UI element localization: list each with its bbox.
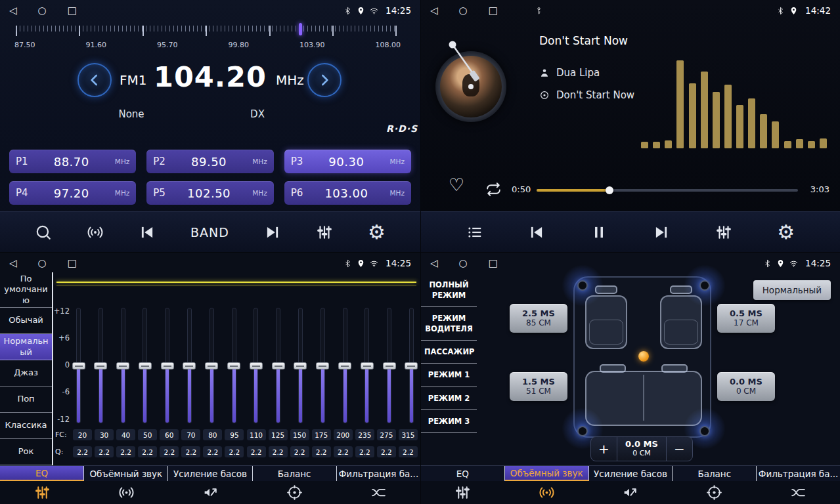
eq-band-slider[interactable] — [321, 308, 325, 423]
slider-thumb[interactable] — [361, 362, 374, 369]
slider-thumb[interactable] — [294, 362, 307, 369]
stage-mode-item[interactable]: РЕЖИМ 3 — [421, 410, 477, 433]
eq-band-slider[interactable] — [298, 308, 303, 423]
playlist-icon[interactable] — [466, 224, 483, 241]
eq-preset-item[interactable]: Классика — [0, 413, 52, 439]
slider-thumb[interactable] — [338, 362, 351, 369]
tab-1[interactable]: EQ — [421, 466, 505, 481]
favorite-heart-icon[interactable]: ♡ — [449, 176, 464, 194]
recents-button[interactable]: □ — [68, 259, 77, 268]
eq-band-slider[interactable] — [232, 308, 236, 423]
home-button[interactable]: ○ — [38, 259, 47, 268]
frequency-ruler[interactable]: 87.5091.6095.7099.80103.90108.00 — [0, 22, 420, 54]
rear-left-delay-button[interactable]: 1.5 MS 51 CM — [510, 372, 567, 401]
equalizer-icon[interactable] — [316, 224, 333, 241]
slider-thumb[interactable] — [205, 362, 218, 369]
slider-thumb[interactable] — [383, 362, 396, 369]
previous-station-icon[interactable] — [139, 224, 156, 241]
preset-button-p2[interactable]: P289.50MHz — [146, 150, 273, 173]
eq-band-slider[interactable] — [121, 308, 125, 423]
preset-button-p6[interactable]: P6103.00MHz — [284, 181, 411, 205]
eq-band-slider[interactable] — [143, 308, 147, 423]
eq-band-slider[interactable] — [210, 308, 214, 423]
eq-band-slider[interactable] — [165, 308, 169, 423]
slider-thumb[interactable] — [227, 362, 240, 369]
previous-track-icon[interactable] — [528, 224, 545, 241]
repeat-icon[interactable] — [485, 181, 502, 198]
tab-2[interactable]: Объёмный звук — [84, 466, 168, 481]
listening-position-marker[interactable] — [638, 351, 649, 362]
stage-mode-item[interactable]: РЕЖИМ 1 — [421, 364, 477, 387]
back-button[interactable]: ◁ — [9, 6, 17, 16]
tab-3[interactable]: Усиление басов — [589, 466, 673, 481]
slider-thumb[interactable] — [161, 362, 174, 369]
eq-band-slider[interactable] — [409, 308, 414, 423]
band-button[interactable]: BAND — [190, 225, 229, 240]
crossover-filter-icon[interactable] — [336, 481, 420, 504]
eq-band-slider[interactable] — [76, 308, 81, 423]
preset-button-p5[interactable]: P5102.50MHz — [146, 181, 273, 205]
tab-5[interactable]: Фильтрация ба... — [757, 466, 840, 481]
eq-band-slider[interactable] — [343, 308, 347, 423]
tab-3[interactable]: Усиление басов — [168, 466, 252, 481]
front-left-delay-button[interactable]: 2.5 MS 85 CM — [510, 304, 567, 333]
tab-1[interactable]: EQ — [0, 466, 84, 481]
back-button[interactable]: ◁ — [9, 259, 17, 268]
eq-preset-item[interactable]: Джаз — [0, 360, 52, 387]
back-button[interactable]: ◁ — [430, 6, 438, 16]
eq-preset-item[interactable]: Поп — [0, 387, 52, 413]
eq-sliders-icon[interactable] — [0, 481, 84, 504]
balance-icon[interactable] — [252, 481, 336, 504]
tab-2[interactable]: Объёмный звук — [505, 466, 589, 481]
preset-button-p1[interactable]: P188.70MHz — [9, 150, 136, 173]
eq-band-slider[interactable] — [365, 308, 369, 423]
preset-button-p3[interactable]: P390.30MHz — [284, 150, 411, 173]
balance-icon[interactable] — [673, 481, 757, 504]
slider-thumb[interactable] — [272, 362, 285, 369]
tab-5[interactable]: Фильтрация ба... — [337, 466, 420, 481]
front-right-delay-button[interactable]: 0.5 MS 17 CM — [717, 304, 775, 333]
pause-icon[interactable] — [590, 224, 608, 241]
eq-preset-item[interactable]: Обычай — [0, 308, 52, 334]
preset-button-p4[interactable]: P497.20MHz — [9, 181, 136, 205]
recents-button[interactable]: □ — [68, 6, 77, 16]
home-button[interactable]: ○ — [459, 6, 468, 16]
home-button[interactable]: ○ — [38, 6, 47, 16]
tab-4[interactable]: Баланс — [673, 466, 757, 481]
eq-band-slider[interactable] — [276, 308, 280, 423]
recents-button[interactable]: □ — [489, 6, 498, 16]
progress-thumb[interactable] — [606, 186, 613, 194]
tab-4[interactable]: Баланс — [253, 466, 337, 481]
home-button[interactable]: ○ — [459, 259, 468, 268]
stage-mode-item[interactable]: РЕЖИМ ВОДИТЕЛЯ — [421, 307, 477, 341]
rear-right-delay-button[interactable]: 0.0 MS 0 CM — [717, 372, 775, 401]
eq-band-slider[interactable] — [99, 308, 103, 423]
slider-thumb[interactable] — [405, 362, 418, 369]
stage-mode-item[interactable]: ПАССАЖИР — [421, 341, 477, 364]
eq-preset-item[interactable]: Нормальный — [0, 334, 52, 360]
crossover-filter-icon[interactable] — [756, 481, 840, 504]
scan-icon[interactable] — [35, 224, 52, 241]
slider-thumb[interactable] — [116, 362, 129, 369]
surround-sound-icon[interactable] — [84, 481, 168, 504]
bass-boost-icon[interactable] — [168, 481, 252, 504]
slider-thumb[interactable] — [183, 362, 196, 369]
delay-increase-button[interactable]: + — [591, 437, 617, 461]
bass-boost-icon[interactable] — [588, 481, 673, 504]
next-track-icon[interactable] — [653, 224, 670, 241]
slider-thumb[interactable] — [72, 362, 85, 369]
seek-up-button[interactable] — [307, 63, 342, 97]
delay-decrease-button[interactable]: − — [666, 437, 692, 461]
slider-thumb[interactable] — [94, 362, 107, 369]
stage-preset-button[interactable]: Нормальный — [753, 280, 831, 300]
equalizer-icon[interactable] — [715, 224, 732, 241]
next-station-icon[interactable] — [264, 224, 281, 241]
slider-thumb[interactable] — [139, 362, 152, 369]
seek-down-button[interactable] — [77, 63, 112, 97]
eq-band-slider[interactable] — [254, 308, 258, 423]
slider-thumb[interactable] — [250, 362, 263, 369]
eq-preset-item[interactable]: Рок — [0, 439, 52, 465]
slider-thumb[interactable] — [316, 362, 329, 369]
progress-bar[interactable] — [537, 186, 798, 194]
settings-gear-icon[interactable]: ⚙ — [368, 222, 386, 242]
